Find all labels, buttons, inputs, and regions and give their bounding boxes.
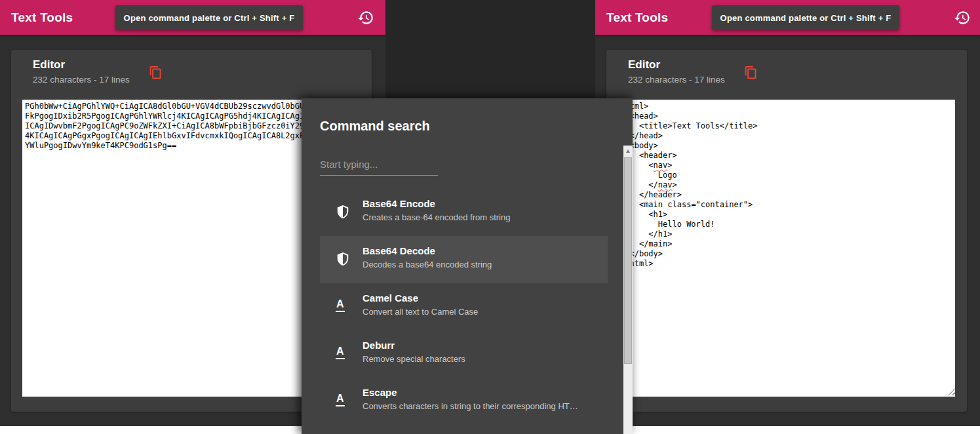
command-name: Base64 Decode: [363, 245, 435, 256]
editor-textarea-right[interactable]: <html> <head> <title>Text Tools</title> …: [617, 100, 955, 397]
open-command-palette-button[interactable]: Open command palette or Ctrl + Shift + F: [712, 5, 899, 30]
app-title: Text Tools: [11, 10, 73, 25]
copy-button[interactable]: [744, 66, 758, 79]
command-description: Convert all text to Camel Case: [363, 307, 478, 317]
command-name: Camel Case: [363, 292, 418, 304]
open-command-palette-button[interactable]: Open command palette or Ctrl + Shift + F: [115, 5, 303, 30]
scrollbar-thumb[interactable]: [624, 157, 632, 364]
command-palette-title: Command search: [320, 119, 430, 134]
scrollbar-up-arrow-icon[interactable]: [623, 146, 633, 157]
letter-a-icon: A: [336, 345, 350, 363]
editor-stats: 232 characters - 17 lines: [33, 75, 130, 85]
editor-panel-title: Editor: [33, 58, 65, 71]
shield-icon: [336, 251, 350, 268]
screenshot-stage: Text Tools Open command palette or Ctrl …: [0, 0, 980, 434]
command-item[interactable]: ACamel CaseConvert all text to Camel Cas…: [320, 283, 608, 330]
command-description: Remove special characters: [363, 354, 465, 364]
app-title: Text Tools: [606, 10, 668, 25]
app-header: Text Tools Open command palette or Ctrl …: [0, 0, 385, 35]
command-item[interactable]: Base64 EncodeCreates a base-64 encoded f…: [320, 189, 608, 236]
command-name: Deburr: [363, 340, 395, 351]
history-button[interactable]: [954, 9, 971, 26]
scrollbar[interactable]: [623, 146, 633, 434]
editor-stats: 232 characters - 17 lines: [628, 75, 725, 85]
history-icon: [954, 9, 971, 26]
command-item[interactable]: ADeburrRemove special characters: [320, 330, 608, 378]
command-description: Creates a base-64 encoded from string: [363, 212, 510, 222]
app-window-right: Text Tools Open command palette or Ctrl …: [595, 0, 980, 426]
shield-icon: [336, 204, 350, 221]
command-description: Decodes a base64 encoded string: [363, 260, 492, 269]
command-item[interactable]: Base64 DecodeDecodes a base64 encoded st…: [320, 236, 608, 283]
editor-panel-title: Editor: [628, 58, 660, 71]
history-icon: [357, 9, 374, 26]
app-header: Text Tools Open command palette or Ctrl …: [595, 0, 980, 35]
command-list: Base64 EncodeCreates a base-64 encoded f…: [320, 189, 608, 425]
copy-icon: [744, 66, 758, 79]
copy-icon: [149, 66, 163, 79]
command-item[interactable]: AEscapeConverts characters in string to …: [320, 378, 608, 425]
letter-a-icon: A: [336, 393, 350, 410]
command-search-input[interactable]: [320, 156, 438, 176]
command-description: Converts characters in string to their c…: [363, 401, 578, 411]
command-palette-dialog: Command search Base64 EncodeCreates a ba…: [302, 98, 633, 434]
letter-a-icon: A: [336, 298, 350, 315]
history-button[interactable]: [357, 9, 374, 26]
command-name: Base64 Encode: [363, 198, 435, 209]
command-name: Escape: [363, 387, 397, 398]
copy-button[interactable]: [149, 66, 163, 79]
